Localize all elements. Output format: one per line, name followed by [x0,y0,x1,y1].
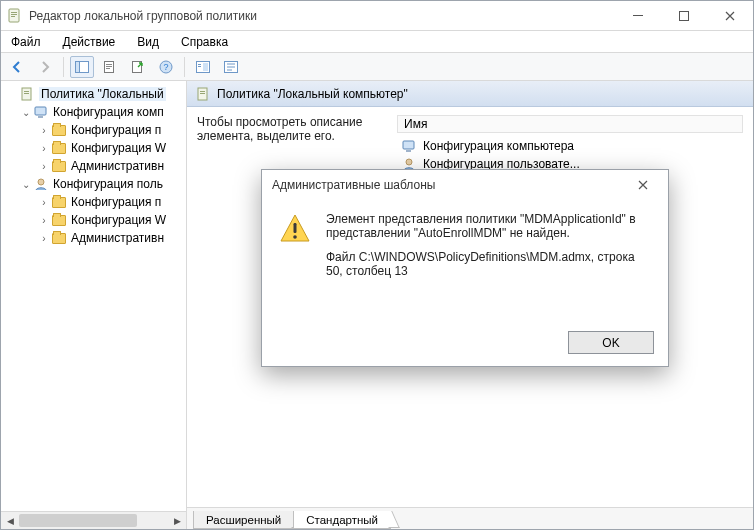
dialog-message-1: Элемент представления политики "MDMAppli… [326,212,652,240]
svg-rect-7 [76,61,80,72]
chevron-right-icon: › [37,161,51,172]
tree-computer-config[interactable]: ⌄ Конфигурация комп [1,103,186,121]
column-header-name[interactable]: Имя [397,115,743,133]
tree-hscrollbar[interactable]: ◀ ▶ [1,511,186,529]
ok-button[interactable]: OK [568,331,654,354]
folder-icon [51,158,67,174]
svg-rect-28 [200,93,205,94]
tree-item[interactable]: ›Конфигурация W [1,211,186,229]
svg-rect-16 [198,64,201,65]
error-dialog: Административные шаблоны Элемент предста… [261,169,669,367]
tree-label: Конфигурация W [71,141,166,155]
back-button[interactable] [5,56,29,78]
warning-icon [278,212,312,246]
tree-root[interactable]: Политика "Локальный [1,85,186,103]
svg-rect-10 [106,66,112,67]
svg-rect-9 [106,64,112,65]
scroll-thumb[interactable] [19,514,137,527]
chevron-right-icon: › [37,197,51,208]
tab-label: Расширенный [206,514,281,526]
scroll-right-button[interactable]: ▶ [168,512,186,529]
policy-doc-icon [19,86,35,102]
chevron-right-icon: › [37,125,51,136]
svg-rect-30 [406,150,411,152]
svg-rect-22 [24,93,29,94]
tree-label: Конфигурация поль [53,177,163,191]
forward-button[interactable] [33,56,57,78]
svg-rect-5 [680,11,689,20]
list-item[interactable]: Конфигурация компьютера [397,137,743,155]
tree-label: Административн [71,159,164,173]
maximize-button[interactable] [661,1,707,30]
app-icon [7,8,23,24]
svg-rect-4 [633,15,643,16]
user-icon [33,176,49,192]
window-titlebar: Редактор локальной групповой политики [1,1,753,31]
svg-rect-23 [35,107,46,115]
menu-help[interactable]: Справка [177,33,232,51]
chevron-down-icon: ⌄ [19,179,33,190]
content-header: Политика "Локальный компьютер" [187,81,753,107]
tree-item[interactable]: ›Административн [1,157,186,175]
tree-label: Конфигурация комп [53,105,164,119]
show-tree-button[interactable] [70,56,94,78]
tree-user-config[interactable]: ⌄ Конфигурация поль [1,175,186,193]
folder-icon [51,230,67,246]
tab-standard[interactable]: Стандартный [293,511,391,529]
filter-button[interactable] [191,56,215,78]
folder-icon [51,194,67,210]
close-button[interactable] [707,1,753,30]
dialog-titlebar: Административные шаблоны [262,170,668,200]
svg-rect-27 [200,91,205,92]
menu-action[interactable]: Действие [59,33,120,51]
dialog-message-2: Файл C:\WINDOWS\PolicyDefinitions\MDM.ad… [326,250,652,278]
chevron-right-icon: › [37,143,51,154]
tree-pane: Политика "Локальный ⌄ Конфигурация комп … [1,81,187,529]
properties-button[interactable] [98,56,122,78]
svg-rect-17 [198,66,201,67]
tab-label: Стандартный [306,514,378,526]
svg-rect-24 [38,116,43,118]
computer-icon [401,138,417,154]
help-button[interactable]: ? [154,56,178,78]
tree-item[interactable]: ›Конфигурация п [1,193,186,211]
scroll-left-button[interactable]: ◀ [1,512,19,529]
tree-root-label: Политика "Локальный [39,87,166,101]
folder-icon [51,212,67,228]
toolbar: ? [1,53,753,81]
menu-bar: Файл Действие Вид Справка [1,31,753,53]
window-title: Редактор локальной групповой политики [29,9,615,23]
svg-rect-2 [11,14,17,15]
content-header-title: Политика "Локальный компьютер" [217,87,408,101]
folder-icon [51,122,67,138]
list-item-label: Конфигурация компьютера [423,139,574,153]
policy-doc-icon [195,86,211,102]
export-button[interactable] [126,56,150,78]
svg-rect-11 [106,68,110,69]
tree-item[interactable]: ›Конфигурация п [1,121,186,139]
tree-item[interactable]: ›Конфигурация W [1,139,186,157]
tree-label: Конфигурация W [71,213,166,227]
svg-rect-29 [403,141,414,149]
svg-rect-1 [11,12,17,13]
tab-strip: Расширенный Стандартный [187,507,753,529]
svg-point-25 [38,179,44,185]
filter-options-button[interactable] [219,56,243,78]
svg-rect-21 [24,91,29,92]
dialog-close-button[interactable] [628,170,658,200]
folder-icon [51,140,67,156]
minimize-button[interactable] [615,1,661,30]
svg-rect-0 [9,9,19,22]
menu-view[interactable]: Вид [133,33,163,51]
menu-file[interactable]: Файл [7,33,45,51]
svg-rect-32 [294,223,297,233]
dialog-title: Административные шаблоны [272,178,628,192]
svg-rect-18 [203,63,208,71]
tree-label: Административн [71,231,164,245]
chevron-right-icon: › [37,233,51,244]
svg-point-33 [293,235,297,239]
tab-extended[interactable]: Расширенный [193,511,294,529]
tree-item[interactable]: ›Административн [1,229,186,247]
tree-label: Конфигурация п [71,195,161,209]
svg-text:?: ? [163,62,168,72]
